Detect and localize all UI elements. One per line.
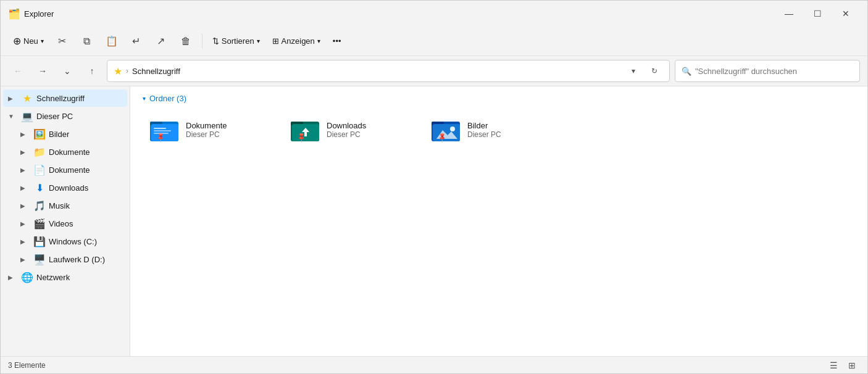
folder-name-downloads: Downloads — [327, 121, 366, 130]
copy-button[interactable]: ⧉ — [76, 30, 98, 52]
folder-item-downloads[interactable]: 📌 Downloads Dieser PC — [283, 112, 419, 148]
grid-view-button[interactable]: ⊞ — [844, 359, 860, 372]
downloads-folder-info: Downloads Dieser PC — [327, 121, 366, 139]
expand-arrow-ld-icon: ▶ — [20, 256, 30, 263]
svg-point-14 — [450, 127, 455, 131]
windows-c-icon: 💾 — [34, 236, 45, 247]
toolbar-separator — [202, 34, 202, 49]
new-chevron-icon: ▾ — [41, 38, 44, 44]
recent-button[interactable]: ⌄ — [57, 61, 77, 81]
sidebar-label-musik: Musik — [49, 201, 70, 210]
breadcrumb-separator: › — [126, 67, 128, 75]
forward-button[interactable]: → — [33, 61, 52, 81]
sidebar-label-schnellzugriff: Schnellzugriff — [36, 94, 85, 103]
up-button[interactable]: ↑ — [82, 61, 102, 81]
folder-name-bilder: Bilder — [467, 121, 501, 130]
sidebar-item-bilder[interactable]: ▶ 🖼️ Bilder — [3, 125, 127, 143]
sidebar-label-downloads: Downloads — [49, 183, 88, 193]
window-controls: — ☐ ✕ — [775, 4, 860, 23]
sidebar-label-dieser-pc: Dieser PC — [36, 112, 73, 121]
view-button[interactable]: ⊞ Anzeigen ▾ — [267, 33, 325, 49]
search-icon: 🔍 — [682, 67, 691, 76]
section-header-ordner[interactable]: ▾ Ordner (3) — [143, 94, 855, 103]
status-count: 3 Elemente — [8, 361, 46, 370]
section-chevron-icon: ▾ — [143, 95, 146, 102]
search-box[interactable]: 🔍 — [675, 60, 860, 82]
sidebar: ▶ ★ Schnellzugriff ▼ 💻 Dieser PC ▶ 🖼️ Bi… — [1, 86, 130, 356]
section-label: Ordner (3) — [149, 94, 186, 103]
expand-arrow-dl-icon: ▶ — [20, 185, 30, 191]
content-area: ▾ Ordner (3) 📌 Dokum — [130, 86, 867, 356]
new-icon: ⊕ — [13, 35, 21, 47]
address-chevron-button[interactable]: ▾ — [625, 62, 642, 80]
search-input[interactable] — [695, 67, 853, 76]
videos-icon: 🎬 — [34, 218, 45, 229]
sidebar-label-netzwerk: Netzwerk — [36, 273, 70, 282]
maximize-button[interactable]: ☐ — [803, 4, 832, 23]
sidebar-item-laufwerk-d[interactable]: ▶ 🖥️ Laufwerk D (D:) — [3, 251, 127, 268]
sidebar-item-netzwerk[interactable]: ▶ 🌐 Netzwerk — [3, 268, 127, 286]
dokumente-folder-icon: 📌 — [150, 117, 180, 143]
paste-button[interactable]: 📋 — [101, 30, 123, 52]
minimize-button[interactable]: — — [775, 4, 803, 23]
schnellzugriff-icon: ★ — [22, 93, 33, 104]
sidebar-label-laufwerk-d: Laufwerk D (D:) — [49, 255, 105, 264]
view-icon: ⊞ — [272, 36, 279, 46]
sidebar-item-dokumente2[interactable]: ▶ 📄 Dokumente — [3, 161, 127, 178]
sidebar-item-dokumente1[interactable]: ▶ 📁 Dokumente — [3, 143, 127, 160]
more-icon: ••• — [333, 36, 341, 46]
new-label: Neu — [23, 36, 38, 46]
folder-sub-downloads: Dieser PC — [327, 130, 366, 139]
expand-arrow-dieser-pc-icon: ▼ — [8, 113, 18, 120]
sort-label: Sortieren — [222, 36, 254, 46]
view-label: Anzeigen — [282, 36, 315, 46]
sort-button[interactable]: ⇅ Sortieren ▾ — [207, 33, 265, 49]
expand-arrow-dok2-icon: ▶ — [20, 167, 30, 173]
delete-button[interactable]: 🗑 — [175, 30, 197, 52]
view-toggle-buttons: ☰ ⊞ — [825, 359, 860, 372]
new-button[interactable]: ⊕ Neu ▾ — [8, 31, 49, 51]
expand-arrow-wc-icon: ▶ — [20, 238, 30, 245]
expand-arrow-musik-icon: ▶ — [20, 202, 30, 209]
cut-button[interactable]: ✂ — [51, 30, 73, 52]
main-area: ▶ ★ Schnellzugriff ▼ 💻 Dieser PC ▶ 🖼️ Bi… — [1, 86, 867, 356]
sidebar-item-downloads[interactable]: ▶ ⬇ Downloads — [3, 179, 127, 196]
address-bar-row: ← → ⌄ ↑ ★ › Schnellzugriff ▾ ↻ 🔍 — [1, 56, 867, 86]
folder-sub-bilder: Dieser PC — [467, 130, 501, 139]
close-button[interactable]: ✕ — [832, 4, 860, 23]
sidebar-label-dokumente2: Dokumente — [49, 165, 90, 175]
bilder-folder-icon: 📌 — [432, 117, 461, 143]
bilder-folder-info: Bilder Dieser PC — [467, 121, 501, 139]
rename-button[interactable]: ↵ — [125, 30, 148, 52]
share-button[interactable]: ↗ — [150, 30, 172, 52]
sidebar-item-schnellzugriff[interactable]: ▶ ★ Schnellzugriff — [3, 89, 127, 107]
expand-arrow-netz-icon: ▶ — [8, 274, 18, 281]
sidebar-item-videos[interactable]: ▶ 🎬 Videos — [3, 215, 127, 232]
sidebar-item-windows-c[interactable]: ▶ 💾 Windows (C:) — [3, 233, 127, 250]
address-bar[interactable]: ★ › Schnellzugriff ▾ ↻ — [107, 60, 670, 82]
sidebar-label-videos: Videos — [49, 219, 73, 228]
more-button[interactable]: ••• — [328, 33, 346, 49]
dokumente-folder-info: Dokumente Dieser PC — [186, 121, 227, 139]
dieser-pc-icon: 💻 — [22, 110, 33, 122]
dokumente1-icon: 📁 — [34, 146, 45, 157]
sidebar-label-bilder: Bilder — [49, 130, 69, 139]
folder-item-dokumente[interactable]: 📌 Dokumente Dieser PC — [143, 112, 278, 148]
status-bar: 3 Elemente ☰ ⊞ — [1, 356, 867, 373]
downloads-folder-icon: 📌 — [291, 117, 320, 143]
refresh-button[interactable]: ↻ — [646, 62, 663, 80]
folder-sub-dokumente: Dieser PC — [186, 130, 227, 139]
back-button[interactable]: ← — [8, 61, 28, 81]
netzwerk-icon: 🌐 — [22, 272, 33, 283]
list-view-button[interactable]: ☰ — [825, 359, 841, 372]
sort-chevron-icon: ▾ — [257, 38, 260, 44]
sidebar-item-dieser-pc[interactable]: ▼ 💻 Dieser PC — [3, 107, 127, 125]
sort-icon: ⇅ — [212, 36, 219, 46]
sidebar-item-musik[interactable]: ▶ 🎵 Musik — [3, 197, 127, 214]
folder-name-dokumente: Dokumente — [186, 121, 227, 130]
folder-item-bilder[interactable]: 📌 Bilder Dieser PC — [424, 112, 560, 148]
app-icon: 🗂️ — [8, 8, 19, 19]
view-chevron-icon: ▾ — [317, 38, 320, 44]
expand-arrow-videos-icon: ▶ — [20, 220, 30, 227]
title-bar-left: 🗂️ Explorer — [8, 8, 54, 19]
